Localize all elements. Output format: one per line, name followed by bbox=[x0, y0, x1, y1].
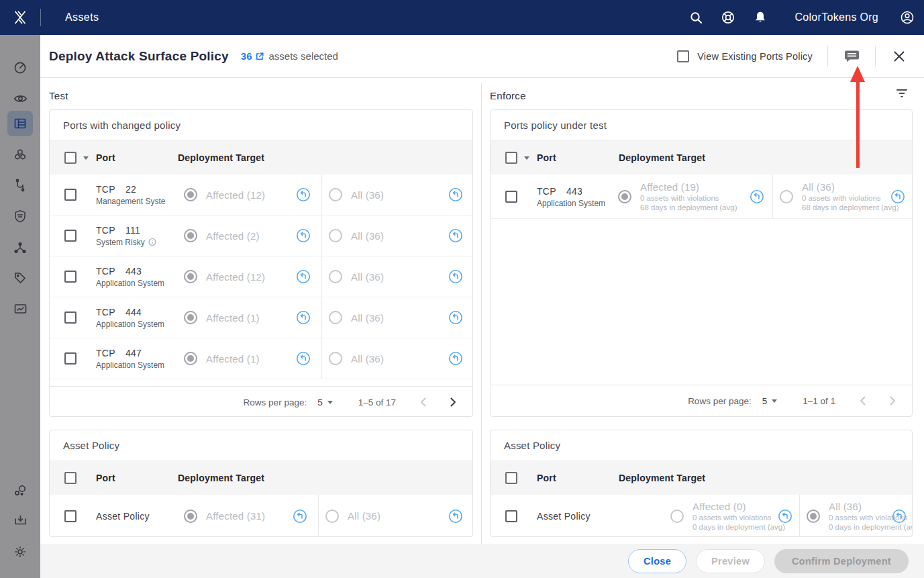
all-label: All (36) bbox=[351, 271, 384, 283]
view-traffic-icon[interactable] bbox=[448, 310, 463, 325]
page-title: Assets bbox=[65, 11, 99, 23]
view-existing-checkbox[interactable] bbox=[677, 50, 689, 62]
column-port: Port bbox=[96, 152, 115, 163]
view-traffic-icon[interactable] bbox=[750, 189, 764, 204]
search-icon[interactable] bbox=[688, 10, 703, 25]
filter-icon[interactable] bbox=[895, 87, 910, 102]
view-traffic-icon[interactable] bbox=[293, 509, 307, 524]
table-row: Asset Policy Affected (0) 0 assets with … bbox=[491, 495, 912, 537]
asset-policy-name: Asset Policy bbox=[537, 511, 591, 522]
all-radio[interactable] bbox=[329, 311, 342, 324]
affected-label: Affected (1) bbox=[206, 312, 260, 324]
view-traffic-icon[interactable] bbox=[890, 189, 905, 204]
row-checkbox[interactable] bbox=[505, 191, 517, 203]
org-name[interactable]: ColorTokens Org bbox=[794, 11, 878, 23]
column-port: Port bbox=[537, 473, 556, 483]
xshield-logo-icon[interactable] bbox=[0, 10, 40, 25]
affected-radio[interactable] bbox=[670, 510, 684, 523]
view-traffic-icon[interactable] bbox=[448, 187, 463, 202]
select-all-checkbox[interactable] bbox=[505, 472, 517, 484]
preview-button[interactable]: Preview bbox=[696, 549, 765, 573]
row-checkbox[interactable] bbox=[64, 510, 76, 522]
close-icon[interactable] bbox=[890, 48, 908, 64]
row-checkbox[interactable] bbox=[64, 311, 76, 324]
view-traffic-icon[interactable] bbox=[296, 351, 311, 366]
assets-selected-link[interactable]: 36 bbox=[241, 50, 264, 62]
view-traffic-icon[interactable] bbox=[448, 269, 463, 284]
rows-per-page-value: 5 bbox=[762, 396, 768, 406]
port-protocol: TCP bbox=[96, 266, 115, 277]
view-traffic-icon[interactable] bbox=[892, 509, 907, 524]
rows-per-page-select[interactable]: 5 bbox=[762, 396, 778, 406]
info-icon[interactable] bbox=[148, 238, 156, 246]
all-radio[interactable] bbox=[329, 352, 342, 365]
rows-per-page-select[interactable]: 5 bbox=[317, 397, 333, 407]
row-checkbox[interactable] bbox=[505, 510, 517, 522]
chevron-down-icon[interactable] bbox=[83, 156, 89, 160]
affected-radio[interactable] bbox=[184, 352, 197, 365]
next-page-icon[interactable] bbox=[446, 395, 460, 410]
violations-text: 0 assets with violations bbox=[802, 194, 890, 202]
card-title: Asset Policy bbox=[50, 430, 472, 461]
row-checkbox[interactable] bbox=[64, 230, 76, 242]
horizontal-scrollbar[interactable] bbox=[50, 379, 472, 387]
rows-per-page-label: Rows per page: bbox=[244, 397, 307, 407]
row-checkbox[interactable] bbox=[64, 352, 76, 365]
deploy-policy-modal: Deploy Attack Surface Policy 36 assets s… bbox=[40, 35, 924, 578]
affected-radio[interactable] bbox=[184, 270, 197, 283]
view-existing-ports-policy-toggle[interactable]: View Existing Ports Policy bbox=[677, 50, 813, 62]
view-traffic-icon[interactable] bbox=[448, 351, 463, 366]
account-icon[interactable] bbox=[900, 10, 915, 25]
port-number: 111 bbox=[125, 225, 140, 236]
top-navbar: Assets ColorTokens Org bbox=[0, 0, 924, 35]
port-cell: TCP444 Application System bbox=[96, 307, 175, 329]
support-icon[interactable] bbox=[721, 10, 735, 25]
affected-radio[interactable] bbox=[618, 190, 631, 203]
port-number: 444 bbox=[125, 307, 142, 318]
affected-radio[interactable] bbox=[184, 510, 197, 523]
navbar-divider bbox=[40, 9, 41, 26]
view-traffic-icon[interactable] bbox=[448, 228, 463, 243]
view-traffic-icon[interactable] bbox=[296, 310, 311, 325]
affected-target-cell: Affected (12) bbox=[177, 256, 321, 297]
confirm-deployment-button[interactable]: Confirm Deployment bbox=[774, 549, 909, 573]
select-all-checkbox[interactable] bbox=[64, 472, 76, 484]
view-traffic-icon[interactable] bbox=[448, 509, 463, 524]
select-all-checkbox[interactable] bbox=[505, 152, 517, 164]
select-all-checkbox[interactable] bbox=[64, 152, 76, 164]
assets-selected-label: assets selected bbox=[269, 50, 338, 62]
row-checkbox[interactable] bbox=[64, 271, 76, 283]
all-radio[interactable] bbox=[807, 510, 820, 523]
port-cell: TCP447 Application System bbox=[96, 348, 175, 370]
all-radio[interactable] bbox=[329, 229, 342, 242]
affected-radio[interactable] bbox=[184, 311, 197, 324]
all-radio[interactable] bbox=[325, 510, 339, 523]
port-category: Application System bbox=[96, 360, 164, 370]
all-radio[interactable] bbox=[329, 270, 342, 283]
affected-radio[interactable] bbox=[184, 229, 197, 242]
notifications-icon[interactable] bbox=[753, 10, 768, 25]
column-deployment-target: Deployment Target bbox=[619, 473, 705, 483]
table-header: Port Deployment Target bbox=[50, 141, 472, 175]
all-label: All (36) bbox=[351, 189, 384, 201]
chevron-down-icon[interactable] bbox=[524, 156, 529, 160]
view-traffic-icon[interactable] bbox=[296, 269, 311, 284]
port-cell: Asset Policy bbox=[96, 511, 175, 522]
view-traffic-icon[interactable] bbox=[778, 509, 792, 524]
view-traffic-icon[interactable] bbox=[296, 228, 311, 243]
close-button[interactable]: Close bbox=[628, 549, 686, 573]
row-checkbox[interactable] bbox=[64, 189, 76, 201]
all-radio[interactable] bbox=[780, 190, 793, 203]
all-radio[interactable] bbox=[329, 188, 342, 201]
comment-icon[interactable] bbox=[843, 48, 860, 64]
affected-target-cell: Affected (1) bbox=[177, 297, 321, 338]
affected-label: Affected (12) bbox=[206, 271, 265, 283]
affected-radio[interactable] bbox=[184, 188, 197, 201]
prev-page-icon[interactable] bbox=[416, 395, 431, 410]
view-traffic-icon[interactable] bbox=[296, 187, 311, 202]
horizontal-scrollbar[interactable] bbox=[491, 378, 912, 385]
prev-page-icon[interactable] bbox=[856, 393, 870, 408]
column-deployment-target: Deployment Target bbox=[178, 473, 264, 483]
all-label: All (36) bbox=[348, 510, 380, 522]
next-page-icon[interactable] bbox=[885, 393, 900, 408]
